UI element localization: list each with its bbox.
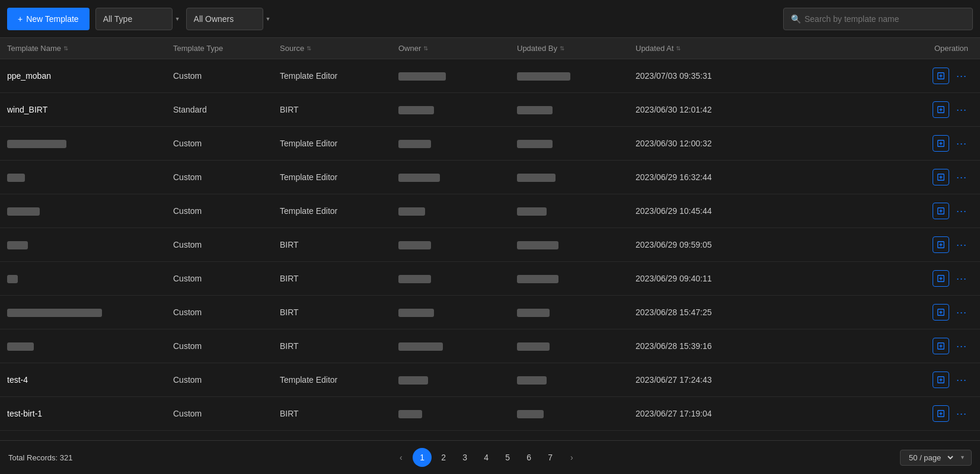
page-7-button[interactable]: 7 [541, 448, 560, 467]
cell-operations: ··· [766, 405, 973, 422]
cell-template-type: Custom [173, 139, 280, 148]
more-actions-button[interactable]: ··· [955, 137, 968, 150]
table-row: CustomTemplate Editor2023/06/29 10:45:44… [0, 194, 980, 228]
cell-template-type: Custom [173, 240, 280, 249]
more-actions-button[interactable]: ··· [955, 408, 968, 420]
cell-template-name [7, 206, 173, 216]
table-row: CustomBIRT2023/06/29 09:40:11··· [0, 262, 980, 296]
table-body: ppe_mobanCustomTemplate Editor2023/07/03… [0, 59, 980, 431]
cell-owner [398, 172, 517, 182]
cell-operations: ··· [766, 371, 973, 388]
cell-updated-by [517, 71, 636, 81]
cell-updated-at: 2023/06/28 15:47:25 [636, 308, 766, 317]
col-header-source[interactable]: Source ⇅ [280, 44, 398, 53]
cell-owner [398, 139, 517, 148]
page-2-button[interactable]: 2 [434, 448, 453, 467]
cell-updated-at: 2023/06/30 12:00:32 [636, 139, 766, 148]
owner-select[interactable]: All Owners [194, 14, 256, 24]
preview-button[interactable] [933, 371, 949, 388]
cell-template-name: ppe_moban [7, 71, 173, 81]
cell-updated-by [517, 139, 636, 148]
cell-template-name: wind_BIRT [7, 105, 173, 114]
cell-owner [398, 308, 517, 317]
cell-owner [398, 274, 517, 283]
more-actions-button[interactable]: ··· [955, 205, 968, 217]
preview-button[interactable] [933, 236, 949, 253]
cell-updated-by [517, 240, 636, 249]
table-row: CustomBIRT2023/06/28 15:39:16··· [0, 329, 980, 363]
search-input[interactable] [805, 14, 965, 24]
cell-source: BIRT [280, 308, 398, 317]
cell-source: BIRT [280, 274, 398, 283]
cell-updated-by [517, 172, 636, 182]
more-actions-button[interactable]: ··· [955, 374, 968, 386]
cell-owner [398, 71, 517, 81]
sort-icon-source: ⇅ [307, 45, 311, 52]
cell-owner [398, 409, 517, 418]
search-box[interactable]: 🔍 [783, 8, 973, 30]
next-page-button[interactable]: › [562, 448, 581, 467]
new-template-button[interactable]: + New Template [7, 8, 90, 30]
page-5-button[interactable]: 5 [498, 448, 517, 467]
col-header-updated-at[interactable]: Updated At ⇅ [636, 44, 766, 53]
sort-icon-name: ⇅ [63, 45, 68, 52]
cell-updated-at: 2023/06/27 17:19:04 [636, 409, 766, 418]
col-header-operation: Operation [766, 44, 973, 53]
more-actions-button[interactable]: ··· [955, 273, 968, 285]
more-actions-button[interactable]: ··· [955, 171, 968, 184]
cell-operations: ··· [766, 236, 973, 253]
page-6-button[interactable]: 6 [519, 448, 538, 467]
more-actions-button[interactable]: ··· [955, 70, 968, 82]
cell-operations: ··· [766, 338, 973, 354]
preview-button[interactable] [933, 135, 949, 152]
cell-template-type: Custom [173, 274, 280, 283]
cell-source: BIRT [280, 240, 398, 249]
cell-updated-at: 2023/06/29 16:32:44 [636, 172, 766, 182]
prev-page-button[interactable]: ‹ [391, 448, 410, 467]
preview-button[interactable] [933, 270, 949, 287]
preview-button[interactable] [933, 68, 949, 84]
pagination: ‹ 1 2 3 4 5 6 7 › [391, 448, 581, 467]
cell-template-name [7, 341, 173, 351]
preview-button[interactable] [933, 338, 949, 354]
preview-button[interactable] [933, 405, 949, 422]
page-1-button[interactable]: 1 [413, 448, 432, 467]
page-3-button[interactable]: 3 [455, 448, 474, 467]
col-header-owner[interactable]: Owner ⇅ [398, 44, 517, 53]
type-select[interactable]: All Type Custom Standard [103, 14, 165, 24]
cell-updated-by [517, 206, 636, 216]
page-4-button[interactable]: 4 [477, 448, 496, 467]
more-actions-button[interactable]: ··· [955, 306, 968, 319]
cell-owner [398, 375, 517, 385]
col-header-name[interactable]: Template Name ⇅ [7, 44, 173, 53]
cell-updated-by [517, 105, 636, 114]
preview-button[interactable] [933, 203, 949, 219]
cell-template-type: Custom [173, 409, 280, 418]
table-row: test-4CustomTemplate Editor2023/06/27 17… [0, 363, 980, 397]
cell-operations: ··· [766, 169, 973, 185]
toolbar: + New Template All Type Custom Standard … [0, 0, 980, 38]
cell-updated-at: 2023/06/27 17:24:43 [636, 375, 766, 385]
preview-button[interactable] [933, 101, 949, 118]
per-page-selector[interactable]: 10 / page 20 / page 50 / page 100 / page [900, 450, 972, 466]
cell-template-name [7, 172, 173, 182]
col-header-updated-by[interactable]: Updated By ⇅ [517, 44, 636, 53]
type-dropdown[interactable]: All Type Custom Standard [95, 8, 180, 30]
plus-icon: + [18, 14, 23, 24]
cell-updated-at: 2023/06/30 12:01:42 [636, 105, 766, 114]
search-icon: 🔍 [791, 14, 801, 24]
cell-template-name [7, 274, 173, 283]
cell-template-name [7, 139, 173, 148]
more-actions-button[interactable]: ··· [955, 239, 968, 251]
cell-updated-at: 2023/06/29 09:59:05 [636, 240, 766, 249]
cell-template-type: Custom [173, 341, 280, 351]
cell-updated-by [517, 274, 636, 283]
more-actions-button[interactable]: ··· [955, 340, 968, 353]
preview-button[interactable] [933, 169, 949, 185]
per-page-select[interactable]: 10 / page 20 / page 50 / page 100 / page [906, 453, 955, 463]
preview-button[interactable] [933, 304, 949, 321]
cell-template-name: test-birt-1 [7, 409, 173, 418]
cell-template-type: Custom [173, 206, 280, 216]
owner-dropdown[interactable]: All Owners [186, 8, 271, 30]
more-actions-button[interactable]: ··· [955, 104, 968, 116]
